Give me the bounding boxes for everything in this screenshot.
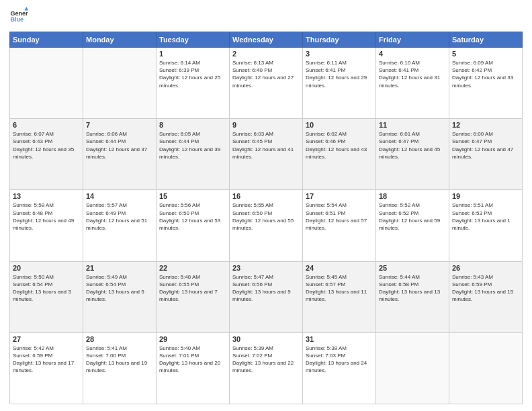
calendar-day-cell: 21Sunrise: 5:49 AM Sunset: 6:54 PM Dayli… bbox=[83, 261, 157, 332]
calendar-day-cell: 26Sunrise: 5:43 AM Sunset: 6:59 PM Dayli… bbox=[449, 261, 523, 332]
day-of-week-header: Thursday bbox=[303, 32, 376, 48]
calendar-day-cell: 11Sunrise: 6:01 AM Sunset: 6:47 PM Dayli… bbox=[376, 119, 449, 190]
calendar-day-cell: 2Sunrise: 6:13 AM Sunset: 6:40 PM Daylig… bbox=[230, 48, 303, 119]
day-info: Sunrise: 5:57 AM Sunset: 6:49 PM Dayligh… bbox=[86, 201, 153, 232]
day-number: 30 bbox=[232, 335, 300, 343]
calendar-day-cell bbox=[10, 48, 83, 119]
calendar-day-cell: 19Sunrise: 5:51 AM Sunset: 6:53 PM Dayli… bbox=[449, 190, 523, 261]
day-number: 10 bbox=[306, 121, 373, 129]
day-of-week-header: Sunday bbox=[10, 32, 83, 48]
calendar-week-row: 13Sunrise: 5:58 AM Sunset: 6:48 PM Dayli… bbox=[10, 190, 523, 261]
calendar-day-cell: 8Sunrise: 6:05 AM Sunset: 6:44 PM Daylig… bbox=[157, 119, 230, 190]
day-number: 31 bbox=[306, 335, 373, 343]
svg-marker-2 bbox=[24, 7, 28, 11]
day-number: 15 bbox=[159, 192, 226, 200]
calendar-day-cell: 30Sunrise: 5:39 AM Sunset: 7:02 PM Dayli… bbox=[230, 332, 303, 404]
calendar-day-cell: 14Sunrise: 5:57 AM Sunset: 6:49 PM Dayli… bbox=[83, 190, 157, 261]
day-info: Sunrise: 5:40 AM Sunset: 7:01 PM Dayligh… bbox=[159, 345, 226, 375]
day-info: Sunrise: 5:54 AM Sunset: 6:51 PM Dayligh… bbox=[306, 201, 373, 232]
day-info: Sunrise: 5:50 AM Sunset: 6:54 PM Dayligh… bbox=[13, 273, 80, 304]
day-number: 18 bbox=[379, 192, 446, 200]
day-info: Sunrise: 5:41 AM Sunset: 7:00 PM Dayligh… bbox=[86, 345, 153, 375]
calendar-day-cell: 17Sunrise: 5:54 AM Sunset: 6:51 PM Dayli… bbox=[303, 190, 376, 261]
day-number: 2 bbox=[232, 50, 300, 58]
day-of-week-header: Monday bbox=[83, 32, 157, 48]
day-info: Sunrise: 6:05 AM Sunset: 6:44 PM Dayligh… bbox=[159, 130, 226, 161]
day-number: 19 bbox=[452, 192, 519, 200]
day-info: Sunrise: 5:42 AM Sunset: 6:59 PM Dayligh… bbox=[13, 345, 80, 375]
day-info: Sunrise: 5:49 AM Sunset: 6:54 PM Dayligh… bbox=[86, 273, 153, 304]
day-of-week-header: Saturday bbox=[449, 32, 523, 48]
day-number: 23 bbox=[232, 264, 300, 272]
day-number: 14 bbox=[86, 192, 153, 200]
day-info: Sunrise: 6:14 AM Sunset: 6:39 PM Dayligh… bbox=[159, 59, 226, 89]
day-info: Sunrise: 5:52 AM Sunset: 6:52 PM Dayligh… bbox=[379, 201, 446, 232]
calendar-day-cell: 28Sunrise: 5:41 AM Sunset: 7:00 PM Dayli… bbox=[83, 332, 157, 404]
calendar-week-row: 27Sunrise: 5:42 AM Sunset: 6:59 PM Dayli… bbox=[10, 332, 523, 404]
calendar-day-cell bbox=[449, 332, 523, 404]
logo: General Blue bbox=[9, 7, 28, 26]
day-number: 28 bbox=[86, 335, 153, 343]
calendar-day-cell bbox=[376, 332, 449, 404]
day-info: Sunrise: 5:45 AM Sunset: 6:57 PM Dayligh… bbox=[306, 273, 373, 304]
header: General Blue bbox=[9, 7, 523, 26]
calendar-day-cell: 24Sunrise: 5:45 AM Sunset: 6:57 PM Dayli… bbox=[303, 261, 376, 332]
calendar-day-cell: 13Sunrise: 5:58 AM Sunset: 6:48 PM Dayli… bbox=[10, 190, 83, 261]
day-info: Sunrise: 5:44 AM Sunset: 6:58 PM Dayligh… bbox=[379, 273, 446, 304]
day-info: Sunrise: 5:38 AM Sunset: 7:03 PM Dayligh… bbox=[306, 345, 373, 375]
calendar-day-cell: 9Sunrise: 6:03 AM Sunset: 6:45 PM Daylig… bbox=[230, 119, 303, 190]
calendar-day-cell: 29Sunrise: 5:40 AM Sunset: 7:01 PM Dayli… bbox=[157, 332, 230, 404]
day-of-week-header: Friday bbox=[376, 32, 449, 48]
calendar-week-row: 20Sunrise: 5:50 AM Sunset: 6:54 PM Dayli… bbox=[10, 261, 523, 332]
logo-icon: General Blue bbox=[9, 7, 28, 26]
day-of-week-header: Tuesday bbox=[157, 32, 230, 48]
day-number: 29 bbox=[159, 335, 226, 343]
calendar-day-cell: 12Sunrise: 6:00 AM Sunset: 6:47 PM Dayli… bbox=[449, 119, 523, 190]
calendar-table: SundayMondayTuesdayWednesdayThursdayFrid… bbox=[9, 32, 523, 404]
day-number: 1 bbox=[159, 50, 226, 58]
day-number: 16 bbox=[232, 192, 300, 200]
day-number: 24 bbox=[306, 264, 373, 272]
calendar-day-cell: 22Sunrise: 5:48 AM Sunset: 6:55 PM Dayli… bbox=[157, 261, 230, 332]
day-number: 11 bbox=[379, 121, 446, 129]
day-number: 12 bbox=[452, 121, 519, 129]
day-info: Sunrise: 5:47 AM Sunset: 6:56 PM Dayligh… bbox=[232, 273, 300, 304]
day-info: Sunrise: 6:13 AM Sunset: 6:40 PM Dayligh… bbox=[232, 59, 300, 89]
calendar-day-cell: 27Sunrise: 5:42 AM Sunset: 6:59 PM Dayli… bbox=[10, 332, 83, 404]
svg-text:Blue: Blue bbox=[10, 16, 24, 23]
calendar-day-cell: 4Sunrise: 6:10 AM Sunset: 6:41 PM Daylig… bbox=[376, 48, 449, 119]
day-number: 8 bbox=[159, 121, 226, 129]
calendar-day-cell bbox=[83, 48, 157, 119]
day-number: 22 bbox=[159, 264, 226, 272]
day-of-week-header: Wednesday bbox=[230, 32, 303, 48]
day-info: Sunrise: 6:07 AM Sunset: 6:43 PM Dayligh… bbox=[13, 130, 80, 161]
calendar-day-cell: 31Sunrise: 5:38 AM Sunset: 7:03 PM Dayli… bbox=[303, 332, 376, 404]
calendar-day-cell: 15Sunrise: 5:56 AM Sunset: 6:50 PM Dayli… bbox=[157, 190, 230, 261]
day-info: Sunrise: 5:51 AM Sunset: 6:53 PM Dayligh… bbox=[452, 201, 519, 232]
day-info: Sunrise: 6:01 AM Sunset: 6:47 PM Dayligh… bbox=[379, 130, 446, 161]
day-number: 26 bbox=[452, 264, 519, 272]
day-info: Sunrise: 6:11 AM Sunset: 6:41 PM Dayligh… bbox=[306, 59, 373, 89]
day-info: Sunrise: 5:43 AM Sunset: 6:59 PM Dayligh… bbox=[452, 273, 519, 304]
day-info: Sunrise: 6:00 AM Sunset: 6:47 PM Dayligh… bbox=[452, 130, 519, 161]
calendar-day-cell: 3Sunrise: 6:11 AM Sunset: 6:41 PM Daylig… bbox=[303, 48, 376, 119]
day-number: 3 bbox=[306, 50, 373, 58]
day-info: Sunrise: 5:58 AM Sunset: 6:48 PM Dayligh… bbox=[13, 201, 80, 232]
day-info: Sunrise: 6:02 AM Sunset: 6:46 PM Dayligh… bbox=[306, 130, 373, 161]
day-number: 21 bbox=[86, 264, 153, 272]
day-number: 4 bbox=[379, 50, 446, 58]
day-info: Sunrise: 6:03 AM Sunset: 6:45 PM Dayligh… bbox=[232, 130, 300, 161]
calendar-day-cell: 25Sunrise: 5:44 AM Sunset: 6:58 PM Dayli… bbox=[376, 261, 449, 332]
day-number: 7 bbox=[86, 121, 153, 129]
day-number: 5 bbox=[452, 50, 519, 58]
calendar-day-cell: 7Sunrise: 6:06 AM Sunset: 6:44 PM Daylig… bbox=[83, 119, 157, 190]
calendar-day-cell: 23Sunrise: 5:47 AM Sunset: 6:56 PM Dayli… bbox=[230, 261, 303, 332]
calendar-header-row: SundayMondayTuesdayWednesdayThursdayFrid… bbox=[10, 32, 523, 48]
day-info: Sunrise: 6:09 AM Sunset: 6:42 PM Dayligh… bbox=[452, 59, 519, 89]
calendar-week-row: 6Sunrise: 6:07 AM Sunset: 6:43 PM Daylig… bbox=[10, 119, 523, 190]
calendar-day-cell: 16Sunrise: 5:55 AM Sunset: 6:50 PM Dayli… bbox=[230, 190, 303, 261]
calendar-day-cell: 5Sunrise: 6:09 AM Sunset: 6:42 PM Daylig… bbox=[449, 48, 523, 119]
calendar-day-cell: 6Sunrise: 6:07 AM Sunset: 6:43 PM Daylig… bbox=[10, 119, 83, 190]
day-info: Sunrise: 6:06 AM Sunset: 6:44 PM Dayligh… bbox=[86, 130, 153, 161]
day-number: 27 bbox=[13, 335, 80, 343]
